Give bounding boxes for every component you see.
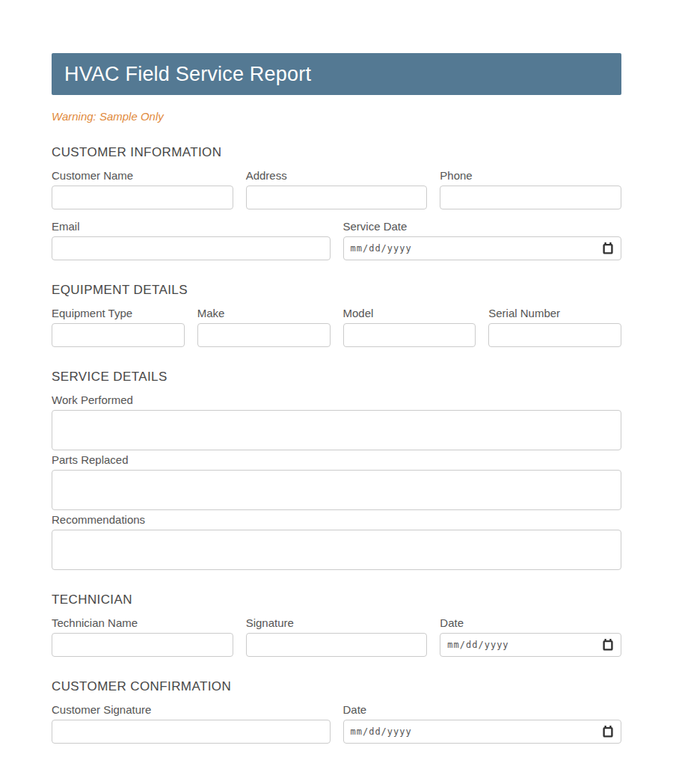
technician-name-input[interactable] (52, 633, 233, 657)
phone-input[interactable] (440, 186, 621, 209)
field-model: Model (343, 307, 476, 347)
section-title-technician: TECHNICIAN (52, 593, 621, 607)
equipment-type-input[interactable] (52, 323, 185, 347)
field-service-date: Service Date mm/dd/yyyy (343, 221, 622, 260)
form-page: HVAC Field Service Report Warning: Sampl… (0, 0, 673, 784)
work-performed-textarea[interactable] (52, 410, 621, 450)
section-title-service-details: SERVICE DETAILS (52, 370, 621, 384)
signature-input[interactable] (246, 633, 428, 657)
field-equipment-type: Equipment Type (52, 307, 185, 347)
confirmation-date-placeholder: mm/dd/yyyy (351, 726, 412, 737)
field-customer-name: Customer Name (52, 170, 233, 209)
calendar-icon[interactable] (603, 726, 613, 738)
signature-label: Signature (246, 617, 428, 628)
section-title-equipment-details: EQUIPMENT DETAILS (52, 284, 621, 297)
technician-date-placeholder: mm/dd/yyyy (447, 640, 508, 650)
form-title: HVAC Field Service Report (64, 63, 311, 86)
section-customer-confirmation: CUSTOMER CONFIRMATION Customer Signature… (52, 680, 621, 744)
section-equipment-details: EQUIPMENT DETAILS Equipment Type Make Mo… (52, 284, 621, 347)
service-row-work-performed: Work Performed (52, 394, 621, 450)
customer-name-input[interactable] (52, 186, 233, 209)
calendar-icon[interactable] (603, 242, 613, 254)
field-recommendations: Recommendations (52, 514, 621, 570)
address-label: Address (246, 170, 428, 181)
email-input[interactable] (52, 236, 331, 260)
customer-row-1: Customer Name Address Phone (52, 170, 621, 209)
service-date-input[interactable]: mm/dd/yyyy (343, 236, 622, 260)
confirmation-row: Customer Signature Date mm/dd/yyyy (52, 704, 621, 744)
form-header-bar: HVAC Field Service Report (52, 53, 621, 95)
technician-date-input[interactable]: mm/dd/yyyy (440, 633, 621, 657)
work-performed-label: Work Performed (52, 394, 621, 405)
model-input[interactable] (343, 323, 476, 347)
technician-name-label: Technician Name (52, 617, 233, 628)
phone-label: Phone (440, 170, 621, 181)
service-row-parts-replaced: Parts Replaced (52, 454, 621, 510)
confirmation-date-label: Date (343, 704, 622, 715)
parts-replaced-label: Parts Replaced (52, 454, 621, 465)
model-label: Model (343, 307, 476, 319)
field-signature: Signature (246, 617, 428, 657)
make-input[interactable] (197, 323, 331, 347)
technician-date-label: Date (440, 617, 621, 628)
field-technician-date: Date mm/dd/yyyy (440, 617, 621, 657)
recommendations-label: Recommendations (52, 514, 621, 525)
field-make: Make (197, 307, 331, 347)
field-customer-signature: Customer Signature (52, 704, 331, 744)
service-date-placeholder: mm/dd/yyyy (351, 243, 412, 254)
field-confirmation-date: Date mm/dd/yyyy (343, 704, 622, 744)
field-serial-number: Serial Number (488, 307, 621, 347)
field-email: Email (52, 221, 331, 260)
customer-name-label: Customer Name (52, 170, 233, 181)
customer-row-2: Email Service Date mm/dd/yyyy (52, 221, 621, 260)
email-label: Email (52, 221, 331, 232)
equipment-row: Equipment Type Make Model Serial Number (52, 307, 621, 347)
parts-replaced-textarea[interactable] (52, 470, 621, 510)
calendar-icon[interactable] (603, 639, 613, 651)
service-date-label: Service Date (343, 221, 622, 232)
field-work-performed: Work Performed (52, 394, 621, 450)
field-technician-name: Technician Name (52, 617, 233, 657)
equipment-type-label: Equipment Type (52, 307, 185, 319)
address-input[interactable] (246, 186, 428, 209)
section-service-details: SERVICE DETAILS Work Performed Parts Rep… (52, 370, 621, 570)
make-label: Make (197, 307, 331, 319)
customer-signature-label: Customer Signature (52, 704, 331, 715)
field-phone: Phone (440, 170, 621, 209)
section-title-customer-confirmation: CUSTOMER CONFIRMATION (52, 680, 621, 693)
section-title-customer-information: CUSTOMER INFORMATION (52, 146, 621, 159)
field-address: Address (246, 170, 428, 209)
section-technician: TECHNICIAN Technician Name Signature Dat… (52, 593, 621, 657)
field-parts-replaced: Parts Replaced (52, 454, 621, 510)
technician-row: Technician Name Signature Date mm/dd/yyy… (52, 617, 621, 657)
recommendations-textarea[interactable] (52, 530, 621, 570)
customer-signature-input[interactable] (52, 720, 331, 744)
serial-number-label: Serial Number (488, 307, 621, 319)
confirmation-date-input[interactable]: mm/dd/yyyy (343, 720, 622, 744)
service-row-recommendations: Recommendations (52, 514, 621, 570)
section-customer-information: CUSTOMER INFORMATION Customer Name Addre… (52, 146, 621, 260)
serial-number-input[interactable] (488, 323, 621, 347)
warning-text: Warning: Sample Only (52, 110, 621, 123)
